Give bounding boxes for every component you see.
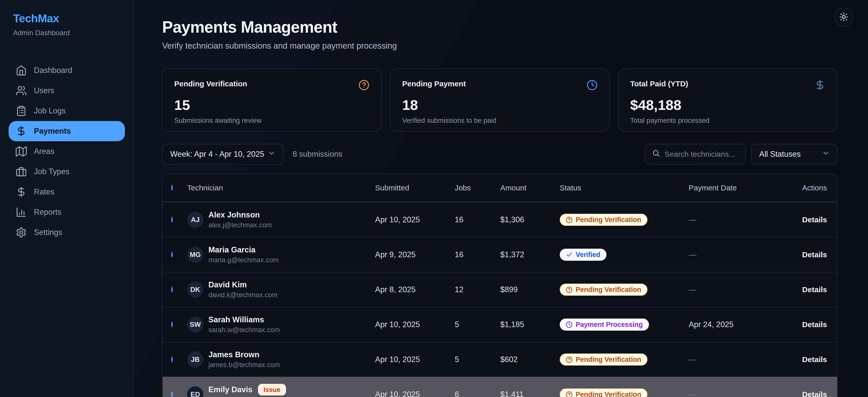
column-header-status: Status — [560, 183, 689, 192]
details-button[interactable]: Details — [802, 216, 827, 224]
column-header-payment-date: Payment Date — [689, 183, 789, 192]
technician-email: maria.g@techmax.com — [208, 256, 279, 264]
sidebar-item-label: Job Logs — [34, 106, 66, 115]
search-input[interactable] — [665, 150, 739, 159]
briefcase-icon — [16, 166, 27, 177]
column-header-actions: Actions — [789, 183, 827, 192]
main-content: Payments Management Verify technician su… — [134, 0, 868, 397]
issue-badge: Issue — [258, 384, 286, 395]
status-badge: Pending Verification — [560, 388, 647, 397]
stat-card-value: $48,188 — [630, 97, 826, 113]
status-badge: Payment Processing — [560, 318, 649, 331]
status-badge: Verified — [560, 249, 607, 261]
submitted-date: Apr 8, 2025 — [375, 285, 455, 294]
sidebar-item-label: Users — [34, 86, 54, 95]
details-button[interactable]: Details — [802, 250, 827, 259]
users-icon — [16, 85, 27, 96]
amount: $1,372 — [500, 250, 560, 259]
technician-name: James Brown — [208, 350, 280, 359]
technician-name: Alex Johnson — [208, 210, 272, 220]
sidebar-item-areas[interactable]: Areas — [9, 141, 125, 162]
sidebar-item-payments[interactable]: Payments — [9, 121, 125, 141]
details-button[interactable]: Details — [802, 355, 827, 364]
sidebar-item-label: Rates — [34, 187, 54, 196]
chevron-down-icon — [822, 149, 830, 159]
status-badge: Pending Verification — [560, 214, 647, 226]
payment-date: Apr 24, 2025 — [689, 320, 789, 329]
stat-cards: Pending Verification 15 Submissions awai… — [162, 68, 838, 132]
sidebar-item-label: Job Types — [34, 167, 69, 176]
dollar-icon — [16, 125, 27, 137]
week-select[interactable]: Week: Apr 4 - Apr 10, 2025 — [162, 144, 283, 165]
row-checkbox[interactable] — [171, 287, 173, 292]
page-subtitle: Verify technician submissions and manage… — [162, 41, 838, 51]
payment-date: — — [689, 285, 789, 294]
sidebar-item-label: Dashboard — [34, 66, 72, 75]
jobs-count: 5 — [455, 355, 500, 364]
stat-card-value: 15 — [174, 97, 370, 113]
table-row: DK David Kim david.k@techmax.com Apr 8, … — [163, 272, 837, 307]
dollar-icon — [16, 186, 27, 197]
column-header-technician: Technician — [187, 183, 375, 192]
jobs-count: 12 — [455, 285, 500, 294]
clipboard-icon — [16, 105, 27, 116]
sidebar: TechMax Admin Dashboard Dashboard Users … — [0, 0, 134, 397]
stat-card-title: Pending Payment — [402, 80, 466, 88]
technician-name: Maria Garcia — [208, 245, 279, 254]
technician-email: alex.j@techmax.com — [208, 221, 272, 229]
details-button[interactable]: Details — [802, 390, 827, 397]
help-circle-icon — [566, 356, 572, 363]
row-checkbox[interactable] — [171, 357, 173, 362]
help-circle-icon — [566, 391, 572, 397]
week-select-value: Week: Apr 4 - Apr 10, 2025 — [170, 150, 264, 159]
status-filter-select[interactable]: All Statuses — [751, 144, 838, 165]
column-header-jobs: Jobs — [455, 183, 500, 192]
table-row: JB James Brown james.b@techmax.com Apr 1… — [163, 342, 837, 377]
logo-block: TechMax Admin Dashboard — [0, 12, 133, 37]
check-icon — [566, 251, 572, 258]
stat-card-total-paid: Total Paid (YTD) $48,188 Total payments … — [618, 68, 838, 132]
sidebar-item-reports[interactable]: Reports — [9, 202, 125, 222]
payment-date: — — [689, 250, 789, 259]
technician-email: james.b@techmax.com — [208, 361, 280, 369]
clock-icon — [587, 80, 598, 92]
help-circle-icon — [566, 217, 572, 223]
brand-subtitle: Admin Dashboard — [13, 29, 120, 37]
details-button[interactable]: Details — [802, 285, 827, 294]
sun-icon — [839, 12, 848, 22]
table-row: ED Emily Davis Issue emily.d@techmax.com… — [163, 377, 837, 397]
column-header-amount: Amount — [500, 183, 560, 192]
row-checkbox[interactable] — [171, 391, 173, 397]
brand-name: TechMax — [13, 12, 120, 25]
table-row: AJ Alex Johnson alex.j@techmax.com Apr 1… — [163, 202, 837, 237]
submitted-date: Apr 10, 2025 — [375, 390, 455, 397]
search-box[interactable] — [645, 144, 746, 165]
sidebar-item-settings[interactable]: Settings — [9, 222, 125, 243]
avatar: AJ — [187, 212, 203, 228]
stat-card-pending-payment: Pending Payment 18 Verified submissions … — [390, 68, 610, 132]
map-icon — [16, 146, 27, 157]
page-title: Payments Management — [162, 18, 838, 36]
details-button[interactable]: Details — [802, 320, 827, 329]
row-checkbox[interactable] — [171, 252, 173, 257]
sidebar-item-job-types[interactable]: Job Types — [9, 162, 125, 182]
stat-card-value: 18 — [402, 97, 597, 113]
jobs-count: 6 — [455, 390, 500, 397]
sidebar-item-label: Areas — [34, 147, 54, 156]
jobs-count: 16 — [455, 250, 500, 259]
select-all-checkbox[interactable] — [171, 185, 173, 191]
sidebar-item-label: Payments — [34, 126, 71, 136]
row-checkbox[interactable] — [171, 321, 173, 328]
amount: $899 — [500, 285, 560, 294]
sidebar-item-rates[interactable]: Rates — [9, 182, 125, 202]
submitted-date: Apr 10, 2025 — [375, 320, 455, 329]
avatar: DK — [187, 282, 203, 298]
sidebar-nav: Dashboard Users Job Logs Payments Areas … — [0, 60, 133, 243]
row-checkbox[interactable] — [171, 217, 173, 223]
sidebar-item-users[interactable]: Users — [9, 81, 125, 101]
theme-toggle-button[interactable] — [834, 8, 853, 27]
sidebar-item-dashboard[interactable]: Dashboard — [9, 60, 125, 81]
technician-name: David Kim — [208, 280, 278, 289]
technician-name: Emily Davis — [208, 385, 252, 394]
sidebar-item-job-logs[interactable]: Job Logs — [9, 101, 125, 121]
